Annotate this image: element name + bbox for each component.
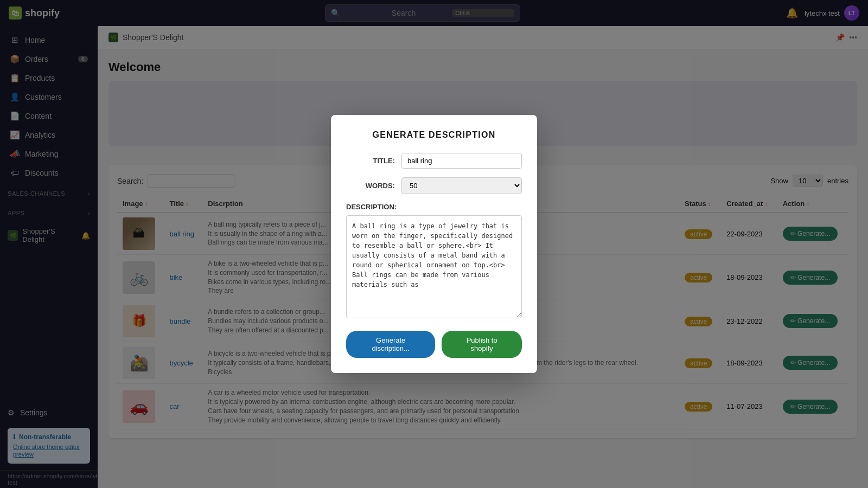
modal-title-label: TITLE:	[346, 157, 395, 165]
modal-desc-label: DESCRIPTION:	[346, 203, 522, 211]
modal-title-input[interactable]	[401, 153, 522, 169]
modal-words-field: WORDS: 50 100 150 200	[346, 177, 522, 194]
modal-description-section: DESCRIPTION: A ball ring is a type of je…	[346, 203, 522, 320]
modal-actions: Generate discription... Publish to shopi…	[346, 331, 522, 358]
publish-to-shopify-button[interactable]: Publish to shopify	[442, 331, 522, 358]
generate-description-button[interactable]: Generate discription...	[346, 331, 435, 358]
generate-description-modal: GENERATE DESCRIPTION TITLE: WORDS: 50 10…	[331, 115, 537, 373]
modal-title: GENERATE DESCRIPTION	[346, 130, 522, 140]
modal-title-field: TITLE:	[346, 153, 522, 169]
modal-overlay[interactable]: GENERATE DESCRIPTION TITLE: WORDS: 50 10…	[0, 0, 868, 488]
modal-words-select[interactable]: 50 100 150 200	[401, 177, 522, 194]
modal-description-textarea[interactable]: A ball ring is a type of jewelry that is…	[346, 215, 522, 318]
modal-words-label: WORDS:	[346, 182, 395, 190]
